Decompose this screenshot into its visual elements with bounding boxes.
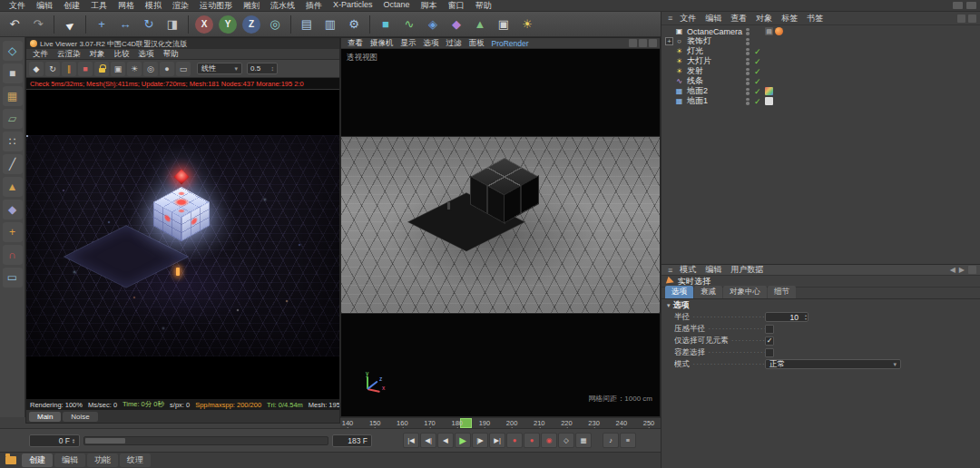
render-tab-noise[interactable]: Noise: [63, 412, 97, 422]
points-mode-icon[interactable]: ∷: [3, 132, 23, 151]
object-name[interactable]: OctaneCamera: [684, 27, 744, 36]
axis-x-lock-icon[interactable]: X: [195, 15, 213, 34]
attribute-tab[interactable]: 对象中心: [723, 286, 767, 298]
object-manager-menu-item[interactable]: 书签: [802, 13, 828, 24]
model-mode-icon[interactable]: ■: [3, 63, 23, 83]
material-ball-tag[interactable]: [775, 27, 783, 35]
enabled-check-icon[interactable]: ✓: [754, 77, 763, 86]
spinner-arrows-icon[interactable]: ▴▾: [805, 313, 807, 321]
live-viewer-menu-item[interactable]: 帮助: [159, 49, 183, 60]
viewport-canvas[interactable]: x y z 网格间距：1000 cm: [341, 49, 660, 416]
object-manager-menu-item[interactable]: 标签: [777, 13, 802, 24]
render-tab-main[interactable]: Main: [29, 412, 61, 422]
workplane-lock-icon[interactable]: ▭: [3, 268, 23, 288]
camera-tool-icon[interactable]: ▣: [493, 14, 514, 35]
play-button[interactable]: ▶: [455, 433, 471, 448]
attribute-menu-item[interactable]: 模式: [675, 264, 701, 276]
axis-z-lock-icon[interactable]: Z: [242, 15, 260, 34]
render-start-icon[interactable]: ◆: [29, 62, 44, 76]
menubar-item[interactable]: 工具: [85, 0, 113, 12]
pick-light-icon[interactable]: ☀: [127, 62, 142, 76]
attribute-tab[interactable]: 衰减: [694, 286, 722, 298]
object-name[interactable]: 地面1: [684, 95, 744, 107]
attribute-tab[interactable]: 选项: [665, 286, 693, 298]
expand-toggle-icon[interactable]: +: [665, 37, 673, 45]
edges-mode-icon[interactable]: ╱: [3, 154, 23, 174]
nav-back-icon[interactable]: ◀: [950, 266, 956, 274]
menubar-item[interactable]: 插件: [300, 0, 328, 12]
interface-options-icon[interactable]: [966, 2, 976, 9]
pick-camera-icon[interactable]: ▣: [111, 62, 125, 76]
frame-range-slider[interactable]: [83, 436, 328, 445]
lock-panel-icon[interactable]: [968, 266, 976, 274]
viewport-menu-prorender[interactable]: ProRender: [488, 39, 533, 48]
menubar-item[interactable]: 流水线: [265, 0, 300, 12]
render-tag-icon[interactable]: ▤: [765, 27, 773, 35]
keyframe-selection-button[interactable]: ◇: [558, 433, 574, 448]
live-selection-icon[interactable]: ▶: [54, 9, 84, 39]
record-keyframe-button[interactable]: ●: [506, 433, 523, 448]
object-manager-menu-item[interactable]: 对象: [751, 13, 777, 24]
material-menu-item[interactable]: 编辑: [54, 453, 85, 467]
viewport-menu-item[interactable]: 过滤: [443, 38, 466, 49]
material-menu-item[interactable]: 功能: [87, 453, 118, 467]
texture-tag[interactable]: [765, 97, 773, 105]
visibility-dots[interactable]: [744, 68, 751, 75]
folder-icon[interactable]: [5, 456, 16, 464]
filter-icon[interactable]: [957, 15, 965, 23]
render-output-canvas[interactable]: [26, 90, 339, 399]
deformer-icon[interactable]: ◆: [446, 14, 467, 35]
texture-mode-icon[interactable]: ▦: [3, 86, 23, 106]
enabled-check-icon[interactable]: ✓: [754, 57, 763, 66]
prev-key-button[interactable]: ◀|: [420, 433, 436, 448]
light-tool-icon[interactable]: ☀: [516, 14, 538, 35]
next-frame-button[interactable]: |▶: [472, 433, 488, 448]
viewport-menu-item[interactable]: 显示: [397, 38, 420, 49]
viewport-menu-item[interactable]: 选项: [420, 38, 443, 49]
pause-render-icon[interactable]: ∥: [62, 62, 76, 76]
polygons-mode-icon[interactable]: ▲: [3, 177, 23, 197]
viewport-menu-item[interactable]: 面板: [466, 38, 488, 49]
menubar-item[interactable]: 网格: [113, 0, 140, 12]
menubar-item[interactable]: 文件: [4, 0, 31, 12]
visibility-dots[interactable]: [744, 88, 751, 95]
live-viewer-menu-item[interactable]: 选项: [134, 49, 159, 60]
nav-forward-icon[interactable]: ▶: [959, 266, 965, 274]
visibility-dots[interactable]: [744, 28, 751, 35]
region-render-icon[interactable]: ▭: [176, 62, 191, 76]
search-icon[interactable]: [968, 15, 976, 23]
attribute-menu-item[interactable]: 编辑: [701, 264, 726, 276]
material-menu-item[interactable]: 创建: [22, 453, 53, 467]
viewport-layout-icon[interactable]: [639, 39, 647, 47]
scale-tool-icon[interactable]: ↔: [114, 14, 136, 35]
menubar-item[interactable]: 创建: [58, 0, 85, 12]
lock-resolution-icon[interactable]: [94, 62, 109, 76]
stop-render-icon[interactable]: ■: [78, 62, 93, 76]
add-spline-icon[interactable]: ∿: [398, 14, 420, 35]
render-view-icon[interactable]: ▤: [296, 14, 318, 35]
render-settings-icon[interactable]: ⚙: [343, 14, 365, 35]
only-visible-elements-checkbox[interactable]: ✓: [765, 336, 774, 346]
menubar-item[interactable]: 帮助: [470, 0, 497, 12]
viewport-options-icon[interactable]: [649, 39, 657, 47]
live-viewer-menu-item[interactable]: 文件: [28, 49, 53, 60]
restart-render-icon[interactable]: ↻: [45, 62, 60, 76]
rotate-tool-icon[interactable]: ↻: [138, 14, 160, 35]
visibility-dots[interactable]: [744, 38, 751, 45]
spinner-arrows-icon[interactable]: ▲▼: [72, 438, 75, 444]
object-manager-menu-item[interactable]: 查看: [726, 13, 751, 24]
menubar-item[interactable]: 窗口: [443, 0, 470, 12]
pick-material-icon[interactable]: ●: [160, 62, 174, 76]
live-viewer-menu-item[interactable]: 对象: [85, 49, 110, 60]
object-manager-menu-item[interactable]: 编辑: [701, 13, 726, 24]
goto-end-button[interactable]: ▶|: [489, 433, 505, 448]
viewport-label[interactable]: 透视视图: [347, 53, 377, 63]
menubar-item[interactable]: 模拟: [140, 0, 167, 12]
menubar-item[interactable]: Octane: [378, 0, 416, 12]
current-frame-field[interactable]: 183 F: [332, 434, 372, 447]
live-viewer-menu-item[interactable]: 云渲染: [53, 49, 85, 60]
viewport-menu-item[interactable]: 摄像机: [367, 38, 397, 49]
menubar-item[interactable]: 渲染: [167, 0, 194, 12]
panel-menu-icon[interactable]: ≡: [665, 14, 675, 23]
menubar-item[interactable]: 运动图形: [194, 0, 238, 12]
